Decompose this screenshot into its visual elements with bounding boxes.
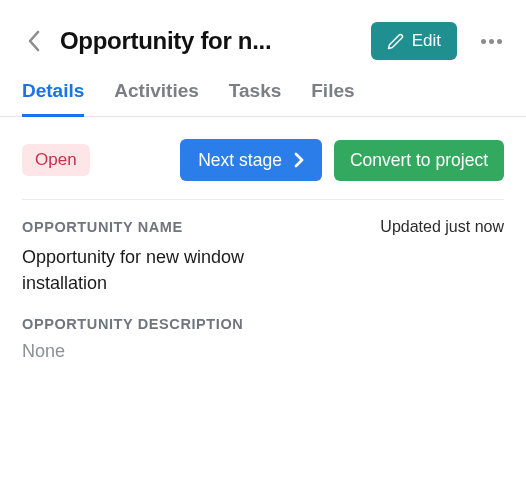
- page-title: Opportunity for n...: [60, 27, 357, 55]
- convert-to-project-button[interactable]: Convert to project: [334, 140, 504, 181]
- tab-bar: Details Activities Tasks Files: [0, 74, 526, 117]
- pencil-icon: [387, 33, 404, 50]
- edit-button[interactable]: Edit: [371, 22, 457, 60]
- edit-label: Edit: [412, 31, 441, 51]
- tab-activities[interactable]: Activities: [114, 80, 198, 117]
- updated-text: Updated just now: [380, 218, 504, 236]
- opportunity-name-label: OPPORTUNITY NAME: [22, 219, 183, 235]
- back-button[interactable]: [22, 30, 46, 52]
- more-icon: [489, 39, 494, 44]
- tab-files[interactable]: Files: [311, 80, 354, 117]
- next-stage-label: Next stage: [198, 150, 282, 171]
- status-badge: Open: [22, 144, 90, 176]
- opportunity-description-value: None: [22, 338, 322, 364]
- tab-tasks[interactable]: Tasks: [229, 80, 281, 117]
- next-stage-button[interactable]: Next stage: [180, 139, 322, 181]
- more-menu-button[interactable]: [477, 35, 506, 48]
- more-icon: [481, 39, 486, 44]
- opportunity-description-label: OPPORTUNITY DESCRIPTION: [22, 316, 504, 332]
- more-icon: [497, 39, 502, 44]
- chevron-right-icon: [288, 149, 310, 171]
- tab-details[interactable]: Details: [22, 80, 84, 117]
- opportunity-name-value: Opportunity for new window installation: [22, 244, 322, 296]
